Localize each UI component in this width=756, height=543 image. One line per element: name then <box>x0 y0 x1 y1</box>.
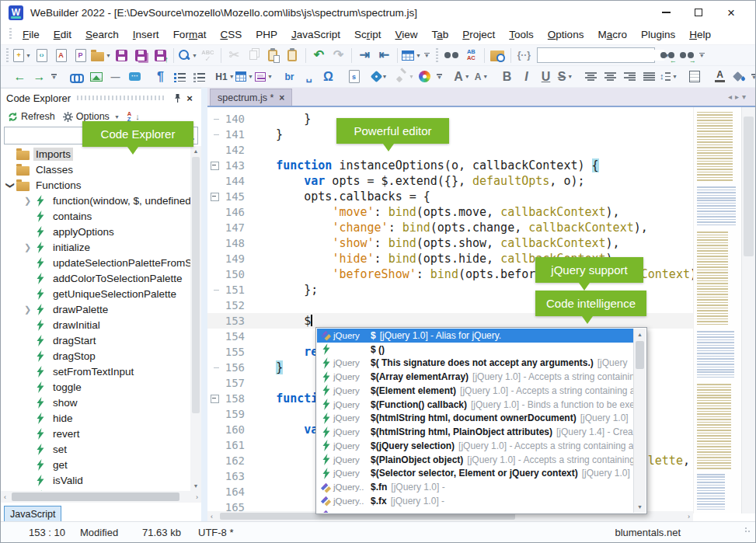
navigate-forward-button[interactable]: → <box>30 68 48 86</box>
tree-item-dragStop[interactable]: dragStop <box>1 348 190 364</box>
autocomplete-item[interactable]: $ () <box>317 343 633 357</box>
insert-image-button[interactable] <box>87 68 105 86</box>
scrollbar-thumb[interactable] <box>744 117 754 256</box>
fill-color-button[interactable] <box>730 68 748 86</box>
menu-item-search[interactable]: Search <box>78 24 126 45</box>
insert-table-button[interactable]: ▼ <box>235 68 253 86</box>
decrease-font-button[interactable]: A▼ <box>472 68 490 86</box>
navigate-back-button[interactable]: ← <box>11 68 29 86</box>
editor-vertical-scrollbar[interactable] <box>741 107 755 513</box>
autocomplete-item[interactable]: jQuery$(jQuery selection)[jQuery 1.0] - … <box>317 439 633 453</box>
heading-button[interactable]: H1▼ <box>216 68 234 86</box>
popup-scrollbar[interactable]: ▲ ▼ <box>633 329 646 513</box>
tree-item-set[interactable]: set <box>1 441 190 457</box>
new-file-button[interactable]: +▼ <box>13 46 31 64</box>
scrollbar-thumb[interactable] <box>636 341 644 369</box>
resize-grip[interactable] <box>744 527 752 534</box>
panel-close-button[interactable]: × <box>183 92 196 104</box>
code-line-142[interactable]: 142 <box>207 142 695 158</box>
code-line-144[interactable]: 144 var opts = $.extend({}, defaultOpts,… <box>207 173 695 189</box>
menu-item-php[interactable]: PHP <box>249 24 284 45</box>
insert-form-button[interactable]: ▼ <box>255 68 273 86</box>
code-line-146[interactable]: 146 'move': bind(opts.move, callbackCont… <box>207 204 695 220</box>
autocomplete-item[interactable]: jQuery$( This signature does not accept … <box>317 357 633 371</box>
minimize-button[interactable] <box>650 2 682 23</box>
open-file-button[interactable]: ▼ <box>91 46 111 64</box>
toolbar-overflow-button[interactable]: ▼ <box>424 53 430 58</box>
ordered-list-button[interactable] <box>190 68 208 86</box>
expander-right-icon[interactable]: ❯ <box>23 242 33 252</box>
code-line-148[interactable]: 148 'show': bind(opts.show, callbackCont… <box>207 235 695 251</box>
find-button[interactable] <box>443 46 461 64</box>
autocomplete-item[interactable]: jQuery$(Array elementArray)[jQuery 1.0] … <box>317 370 633 384</box>
paste-button[interactable] <box>264 46 282 64</box>
fold-toggle-icon[interactable] <box>207 189 221 204</box>
tree-item-drawPalette[interactable]: ❯drawPalette <box>1 301 190 317</box>
tree-item-function(window, $, undefined)[interactable]: ❯function(window, $, undefined) <box>1 193 190 208</box>
undo-button[interactable]: ↶ <box>310 46 328 64</box>
maximize-button[interactable] <box>682 2 715 23</box>
find-next-button[interactable]: → <box>678 46 696 64</box>
strikethrough-button[interactable]: S▼ <box>556 68 574 86</box>
autocomplete-item[interactable]: jQuery$(htmlString html, document ownerD… <box>317 412 633 426</box>
menu-item-project[interactable]: Project <box>455 24 502 45</box>
panel-drag-grip[interactable] <box>77 96 165 100</box>
toolbar-overflow-button[interactable]: ▼ <box>751 74 756 79</box>
save-button[interactable] <box>113 46 131 64</box>
line-spacing-button[interactable]: ▼ <box>660 68 678 86</box>
tree-item-drawInitial[interactable]: drawInitial <box>1 317 190 332</box>
align-justify-button[interactable] <box>640 68 658 86</box>
tree-item-Functions[interactable]: ❯Functions <box>1 177 190 193</box>
increase-font-button[interactable]: A▼ <box>453 68 471 86</box>
underline-button[interactable]: U <box>537 68 555 86</box>
clipboard-button[interactable] <box>284 46 301 64</box>
tree-item-contains[interactable]: contains <box>1 208 190 224</box>
autocomplete-item[interactable]: jQuery$(Selector selector, Element or jQ… <box>317 467 633 481</box>
toolbar-overflow-button[interactable]: ▼ <box>51 74 57 79</box>
save-all-button[interactable] <box>132 46 150 64</box>
new-text-document-button[interactable]: A <box>52 46 70 64</box>
find-previous-button[interactable]: ← <box>659 46 677 64</box>
search-combobox-input[interactable] <box>538 50 664 61</box>
autocomplete-item[interactable]: jQuery$(Element element)[jQuery 1.0] - A… <box>317 384 633 398</box>
tree-item-show[interactable]: show <box>1 395 190 410</box>
code-line-140[interactable]: 140 } <box>207 111 695 127</box>
tree-item-toggle[interactable]: toggle <box>1 379 190 395</box>
brand-link[interactable]: blumentals.net <box>615 527 681 538</box>
tab-close-icon[interactable]: × <box>279 92 284 103</box>
nbsp-button[interactable]: ␣ <box>300 68 318 86</box>
menu-item-script[interactable]: Script <box>347 24 388 45</box>
insert-hr-button[interactable]: — <box>106 68 124 86</box>
autocomplete-item[interactable]: jQuery$(htmlString html, PlainObject att… <box>317 425 633 439</box>
toolbar-overflow-button[interactable]: ▼ <box>699 53 705 58</box>
tree-horizontal-scrollbar[interactable]: ‹ › <box>1 491 201 503</box>
scrollbar-thumb[interactable] <box>12 493 179 501</box>
tree-vertical-scrollbar[interactable]: ▲ ▼ <box>190 146 201 491</box>
insert-link-button[interactable] <box>68 68 85 86</box>
code-line-141[interactable]: 141 } <box>207 127 695 142</box>
menu-item-options[interactable]: Options <box>541 24 591 45</box>
menu-item-format[interactable]: Format <box>166 24 214 45</box>
redo-button[interactable]: ↷ <box>329 46 347 64</box>
expander-down-icon[interactable]: ❯ <box>5 180 16 190</box>
open-code-document-button[interactable]: ‹› <box>33 46 51 64</box>
special-char-button[interactable]: Ω <box>319 68 337 86</box>
autocomplete-item[interactable]: jQuery$(Function() callback)[jQuery 1.0]… <box>317 398 633 412</box>
document-type-tab[interactable]: JavaScript <box>4 506 61 523</box>
toolbar-overflow-button[interactable]: ▼ <box>437 74 442 79</box>
menu-item-help[interactable]: Help <box>682 24 718 45</box>
insert-comment-button[interactable] <box>126 68 144 86</box>
expander-right-icon[interactable]: ❯ <box>23 305 33 315</box>
replace-button[interactable] <box>462 46 480 64</box>
tree-item-Classes[interactable]: Classes <box>1 162 190 177</box>
tree-item-setFromTextInput[interactable]: setFromTextInput <box>1 364 190 379</box>
menu-item-view[interactable]: View <box>388 24 424 45</box>
align-right-button[interactable] <box>621 68 639 86</box>
tree-item-applyOptions[interactable]: applyOptions <box>1 224 190 239</box>
line-break-button[interactable]: br <box>280 68 298 86</box>
layout-button[interactable]: ▼ <box>402 46 421 64</box>
menu-item-css[interactable]: CSS <box>213 24 249 45</box>
fold-toggle-icon[interactable] <box>207 158 221 173</box>
save-upload-button[interactable]: ↑ <box>152 46 169 64</box>
menu-item-file[interactable]: File <box>16 24 47 45</box>
